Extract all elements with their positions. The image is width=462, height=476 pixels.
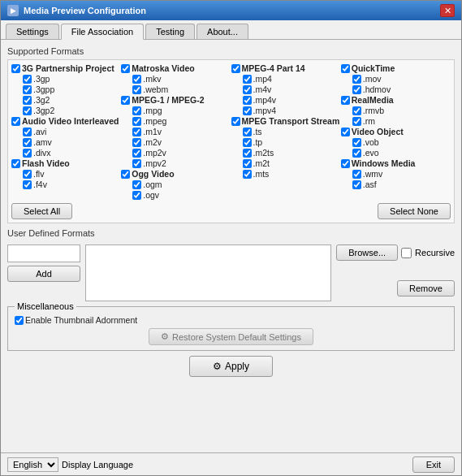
item-rm-checkbox[interactable] [352,117,361,126]
item-m1v-checkbox[interactable] [132,128,141,136]
item-m2v-checkbox[interactable] [132,138,141,147]
restore-icon: ⚙ [161,331,169,342]
user-format-input[interactable] [7,244,80,262]
language-select-area: English Display Language [7,457,133,472]
item-evo: .evo [341,148,451,158]
item-rm: .rm [341,116,451,126]
app-icon: ▶ [7,5,19,16]
group-ogg-checkbox[interactable] [121,170,130,179]
group-real-checkbox[interactable] [341,96,350,105]
select-all-button[interactable]: Select All [11,203,72,219]
item-evo-checkbox[interactable] [352,149,361,158]
group-avi-checkbox[interactable] [11,117,20,126]
item-tp-checkbox[interactable] [243,138,252,147]
item-ts-checkbox[interactable] [243,128,252,136]
browse-button[interactable]: Browse... [336,244,398,261]
item-avi-checkbox[interactable] [23,128,32,136]
group-flash-checkbox[interactable] [11,159,20,168]
group-vob-checkbox[interactable] [341,128,350,136]
item-ogm-checkbox[interactable] [132,180,141,189]
group-mkv-checkbox[interactable] [121,64,130,73]
item-mp4: .mp4 [231,74,341,84]
restore-label: Restore System Default Settings [172,332,301,342]
item-mp4v: .mp4v [231,95,341,105]
formats-wrapper: 3G Partnership Project .3gp .3gpp . [7,59,455,223]
group-vob: Video Object [341,127,451,136]
item-divx-checkbox[interactable] [23,149,32,158]
item-m4v: .m4v [231,84,341,94]
item-3gp2: .3gp2 [11,106,121,115]
select-none-button[interactable]: Select None [378,203,451,219]
item-m2t-checkbox[interactable] [243,159,252,168]
item-f4v: .f4v [11,180,121,189]
item-m2ts-checkbox[interactable] [243,149,252,158]
remove-button[interactable]: Remove [397,280,455,296]
item-ts: .ts [231,127,341,136]
user-format-list[interactable] [85,244,331,301]
add-button[interactable]: Add [7,266,80,282]
item-asf-checkbox[interactable] [352,180,361,189]
item-mpv2-checkbox[interactable] [132,159,141,168]
group-mp4-checkbox[interactable] [231,64,240,73]
item-amv-checkbox[interactable] [23,138,32,147]
enable-thumbnail-label: Enable Thumbnail Adornment [25,315,137,325]
tab-bar: Settings File Association Testing About.… [1,20,461,40]
select-buttons-row: Select All Select None [11,203,451,219]
group-qt-checkbox[interactable] [341,64,350,73]
item-mp4-checkbox[interactable] [243,75,252,84]
close-button[interactable]: ✕ [440,4,455,17]
group-3gpp-checkbox[interactable] [11,64,20,73]
item-3gp-checkbox[interactable] [23,75,32,84]
item-webm-checkbox[interactable] [132,85,141,94]
title-bar-left: ▶ Media Preview Configuration [7,5,146,16]
item-hdmov-checkbox[interactable] [352,85,361,94]
group-mkv: Matroska Video [121,63,231,73]
group-mpeg12-checkbox[interactable] [121,96,130,105]
item-3g2-checkbox[interactable] [23,96,32,105]
item-hdmov: .hdmov [341,84,451,94]
exit-button[interactable]: Exit [412,457,455,473]
group-mpeg12: MPEG-1 / MPEG-2 [121,95,231,105]
user-defined-section: User Defined Formats Add Browse... Recur… [7,228,455,301]
item-flv-checkbox[interactable] [23,170,32,179]
item-mpeg-checkbox[interactable] [132,117,141,126]
item-3g2: .3g2 [11,95,121,105]
formats-col-3: MPEG-4 Part 14 .mp4 .m4v .mp4v [231,63,341,200]
item-wmv-checkbox[interactable] [352,170,361,179]
item-3gpp-checkbox[interactable] [23,85,32,94]
item-mp4v-checkbox[interactable] [243,96,252,105]
formats-columns: 3G Partnership Project .3gp .3gpp . [11,63,451,200]
item-mpg-checkbox[interactable] [132,106,141,115]
item-mp2v-checkbox[interactable] [132,149,141,158]
recursive-checkbox[interactable] [401,248,412,258]
recursive-row: Recursive [401,248,455,258]
enable-thumbnail-row: Enable Thumbnail Adornment [15,315,447,325]
item-mpv4-checkbox[interactable] [243,106,252,115]
group-wmv-checkbox[interactable] [341,159,350,168]
item-rmvb-checkbox[interactable] [352,106,361,115]
item-mts-checkbox[interactable] [243,170,252,179]
item-ogv-checkbox[interactable] [132,191,141,200]
tab-settings[interactable]: Settings [6,24,59,39]
item-m2t: .m2t [231,158,341,168]
enable-thumbnail-checkbox[interactable] [15,316,24,325]
apply-button[interactable]: ⚙ Apply [189,356,273,377]
item-f4v-checkbox[interactable] [23,180,32,189]
item-wmv: .wmv [341,169,451,179]
item-flv: .flv [11,169,121,179]
tab-testing[interactable]: Testing [145,24,195,39]
item-3gp2-checkbox[interactable] [23,106,32,115]
item-mkv-checkbox[interactable] [132,75,141,84]
apply-label: Apply [225,361,249,372]
group-ts-checkbox[interactable] [231,117,240,126]
restore-button[interactable]: ⚙ Restore System Default Settings [149,328,313,345]
tab-file-association[interactable]: File Association [61,24,144,40]
language-dropdown[interactable]: English [7,457,58,472]
item-mts: .mts [231,169,341,179]
item-vob-checkbox[interactable] [352,138,361,147]
item-mpeg: .mpeg [121,116,231,126]
item-m4v-checkbox[interactable] [243,85,252,94]
item-m1v: .m1v [121,127,231,136]
item-mov-checkbox[interactable] [352,75,361,84]
tab-about[interactable]: About... [196,24,248,39]
